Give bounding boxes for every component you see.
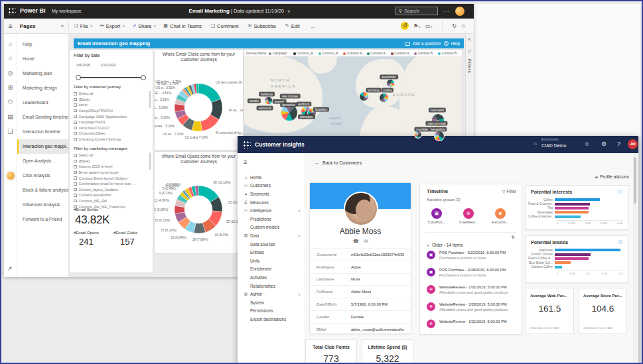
filter-checkbox-option[interactable]: camp bbox=[74, 102, 148, 108]
legend-item[interactable]: Contono_R... bbox=[319, 52, 341, 55]
checkbox-icon[interactable] bbox=[74, 160, 77, 163]
workspace-label[interactable]: My workspace bbox=[52, 9, 82, 13]
legend-item[interactable]: Contoso A... bbox=[367, 52, 388, 55]
map-city-label[interactable]: bellevue bbox=[259, 92, 275, 97]
chevron-up-icon[interactable]: ∧ bbox=[298, 209, 301, 213]
nav-item[interactable]: ⚙Admin∧ bbox=[238, 290, 305, 298]
timeline-group-header[interactable]: ∧Older - 14 items bbox=[427, 243, 463, 247]
filter-checkbox-option[interactable]: campTest27112017 bbox=[74, 125, 148, 131]
timeline-filter-button[interactable]: ▽ Filter bbox=[502, 189, 516, 194]
filter-checkbox-option[interactable]: Confirmation email for home loan ... bbox=[74, 181, 148, 187]
page-list-item[interactable]: Home bbox=[17, 52, 68, 66]
phone-icon[interactable]: ☎ bbox=[353, 239, 364, 243]
scrollbar-thumb[interactable] bbox=[634, 157, 636, 204]
page-list-item[interactable]: Influencer Analysis bbox=[17, 198, 68, 212]
favorite-star-icon[interactable]: ☆ bbox=[461, 23, 466, 29]
checkbox-icon[interactable] bbox=[74, 176, 77, 180]
report-breadcrumb[interactable]: Email Marketing | Data updated 11/19/20 … bbox=[163, 8, 316, 14]
checkbox-icon[interactable] bbox=[74, 200, 77, 203]
home-icon[interactable]: ⌂ bbox=[9, 40, 12, 47]
window-scrollbar[interactable] bbox=[633, 153, 637, 364]
chevron-down-icon[interactable]: ∨ bbox=[287, 9, 290, 13]
search-input[interactable]: ⚲ Search bbox=[395, 7, 438, 15]
timeline-item[interactable]: ⊕ WebsiteReview - 1/28/2019, 5:00:00 PMA… bbox=[427, 302, 520, 320]
legend-item[interactable]: Campaign ... bbox=[269, 52, 291, 55]
filter-checkbox-option[interactable]: Autumn 2019 is here! bbox=[74, 164, 148, 170]
filter-checkbox-option[interactable]: Content_layout_Updates bbox=[74, 187, 148, 193]
list-scrollbar[interactable] bbox=[149, 152, 151, 170]
timeline-item[interactable]: ▣ POS Purchase - 4/18/2019, 6:00:00 PMPu… bbox=[427, 268, 520, 285]
list-scrollbar[interactable] bbox=[149, 91, 151, 108]
map-city-label[interactable]: ashburn bbox=[296, 102, 311, 107]
map-city-label[interactable]: navi mumbai bbox=[425, 121, 447, 126]
bar[interactable] bbox=[555, 257, 622, 260]
timeline-item[interactable]: ⊕ WebsiteReview - 1/31/2019, 5:00:00 PMA… bbox=[427, 285, 520, 302]
legend-item[interactable]: Contoso B... bbox=[438, 52, 459, 55]
map-city-label[interactable]: princeton bbox=[298, 115, 315, 119]
page-list-item[interactable]: Interaction timeline bbox=[17, 125, 68, 139]
checkbox-icon[interactable] bbox=[74, 194, 77, 197]
sort-icon[interactable]: ⇅ bbox=[512, 235, 515, 240]
help-icon[interactable]: ? bbox=[617, 141, 620, 147]
map-city-label[interactable]: redmond bbox=[257, 106, 273, 111]
legend-item[interactable]: Contoso B... bbox=[414, 52, 435, 55]
clicks-donut-chart[interactable]: US des moines 19.2%IN ne... 14.34%IN uni… bbox=[155, 61, 243, 149]
environment-picker[interactable]: Environment CIAD Demo bbox=[541, 139, 566, 148]
settings-gear-icon[interactable]: ⚙ bbox=[601, 141, 607, 147]
checkbox-icon[interactable] bbox=[74, 182, 77, 186]
filter-checkbox-option[interactable]: Chcamptip19sep bbox=[74, 131, 148, 137]
nav-item[interactable]: Enrichment bbox=[238, 265, 305, 274]
nav-item[interactable]: Relationships bbox=[238, 282, 305, 290]
nav-item[interactable]: Unify bbox=[238, 257, 305, 265]
legend-item[interactable]: Contoso A... bbox=[343, 52, 364, 55]
bar[interactable] bbox=[555, 215, 622, 218]
nav-item[interactable]: Export destinations bbox=[238, 315, 305, 324]
opens-donut-chart[interactable]: 39 (16.18%)25 (10.37%)25 (10.37%)20 (8.3… bbox=[155, 163, 243, 251]
filter-checkbox-option[interactable]: ContentLayoutEditor bbox=[74, 192, 148, 198]
filter-checkbox-option[interactable]: CampaignTest01 bbox=[74, 119, 148, 125]
map-city-label[interactable]: bengaluru bbox=[429, 127, 447, 132]
ask-question-button[interactable]: Ask a question bbox=[413, 41, 441, 46]
nav-item[interactable]: Predictions bbox=[238, 215, 305, 223]
bar[interactable] bbox=[555, 266, 622, 269]
map-city-label[interactable]: brooklyn bbox=[313, 107, 329, 112]
map-pie-marker[interactable] bbox=[359, 91, 369, 101]
map-pie-marker[interactable] bbox=[264, 96, 273, 105]
learn-icon[interactable]: ▤ bbox=[7, 113, 13, 120]
filter-checkbox-option[interactable]: Campaign 100K Opportunities bbox=[74, 113, 148, 119]
nav-item[interactable]: ⚇Customers bbox=[238, 182, 305, 190]
filter-checkbox-option[interactable]: Camp25SepTIPAPAC bbox=[74, 108, 148, 114]
nav-item[interactable]: Permissions bbox=[238, 307, 305, 316]
bar[interactable] bbox=[555, 211, 622, 213]
nav-item[interactable]: ∡Measures bbox=[238, 198, 305, 207]
nav-item[interactable]: Activities bbox=[238, 273, 305, 282]
map-city-label[interactable]: stockholm bbox=[380, 75, 398, 80]
bar[interactable] bbox=[555, 207, 622, 210]
map-city-label[interactable]: lancaster bbox=[280, 103, 297, 107]
back-link[interactable]: ←Back to Customers bbox=[315, 160, 362, 166]
profile-addons-button[interactable]: ⊞Profile add-ons bbox=[523, 174, 629, 179]
reset-default-icon[interactable]: ↺ bbox=[401, 22, 409, 30]
nav-item[interactable]: ▥Data∧ bbox=[238, 231, 305, 240]
page-list-item[interactable]: Click Analysis bbox=[17, 168, 68, 183]
map-pie-marker[interactable] bbox=[414, 131, 422, 139]
filter-checkbox-option[interactable]: Select all bbox=[74, 152, 148, 158]
apps-icon[interactable]: ⊞ bbox=[8, 84, 13, 91]
bar[interactable] bbox=[555, 203, 622, 206]
page-list-item[interactable]: Marketing plan bbox=[17, 66, 68, 81]
filter-checkbox-option[interactable]: Be an aware home buyer bbox=[74, 170, 148, 176]
map-city-label[interactable]: des moines bbox=[280, 94, 301, 99]
nav-item[interactable]: ⌂Home bbox=[238, 173, 305, 182]
legend-item[interactable]: Contono_R... bbox=[293, 52, 316, 55]
donut-slice[interactable] bbox=[198, 84, 221, 103]
timeline-item[interactable]: ▣ POS Purchase - 5/23/2019, 6:00:00 PMPu… bbox=[427, 251, 520, 268]
email-icon[interactable]: ✉ bbox=[364, 239, 373, 243]
info-icon[interactable]: ⓘ bbox=[618, 239, 623, 245]
checkbox-icon[interactable] bbox=[74, 103, 77, 107]
page-list-item[interactable]: Open Analysis bbox=[17, 154, 68, 168]
more-options-icon[interactable]: ... bbox=[443, 7, 450, 13]
chevron-up-icon[interactable]: ∧ bbox=[298, 233, 301, 237]
activity-group[interactable]: ▣5 posPurc... bbox=[425, 206, 448, 224]
nav-item[interactable]: ◕Segments bbox=[238, 190, 305, 198]
page-list-item[interactable]: Forward to a Friend bbox=[17, 212, 68, 227]
